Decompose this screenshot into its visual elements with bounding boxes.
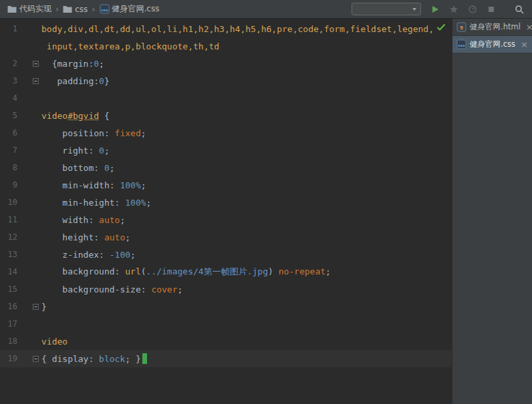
line-number: 6 [0,128,17,138]
line-number: 13 [0,250,17,259]
css-file-icon: css [456,39,467,49]
code-line[interactable]: 7 right: 0; [0,142,452,159]
line-number: 7 [0,146,17,155]
breadcrumb-label: 代码实现 [19,3,51,15]
code-text: width: auto; [41,215,452,225]
run-button[interactable] [428,2,442,17]
code-text: height: auto; [41,232,452,242]
line-number: 9 [0,180,17,190]
stop-button[interactable] [484,2,499,17]
code-line[interactable]: 18video [0,333,452,350]
breadcrumb-item-css-folder[interactable]: css [61,3,90,15]
fold-gutter[interactable] [17,61,41,67]
code-line[interactable]: 3 padding:0} [0,72,452,89]
code-line[interactable]: 5video#bgvid { [0,107,452,124]
code-line[interactable]: 12 height: auto; [0,228,452,246]
breadcrumb-item-current-file[interactable]: css 健身官网.css [98,2,162,16]
line-number: 11 [0,215,17,224]
code-text: min-height: 100%; [41,198,452,208]
html-file-icon: 5 [456,22,467,32]
tab-close-icon[interactable]: × [519,40,530,49]
code-text: video#bgvid { [41,111,452,121]
line-number: 5 [0,111,17,120]
css-file-icon: css [100,4,110,14]
svg-text:5: 5 [460,25,463,31]
fold-marker-icon [33,356,39,362]
inspections-ok-icon[interactable] [436,21,446,34]
text-caret [142,353,147,364]
code-line[interactable]: 14 background: url(../images/4第一帧图片.jpg)… [0,263,452,280]
code-line[interactable]: 16} [0,298,452,315]
code-text: min-width: 100%; [41,180,452,190]
code-editor[interactable]: 1body,div,dl,dt,dd,ul,ol,li,h1,h2,h3,h4,… [0,19,452,404]
code-line[interactable]: input,textarea,p,blockquote,th,td [0,37,452,55]
breadcrumb-label: 健身官网.css [112,3,160,15]
line-number: 12 [0,232,17,242]
svg-text:css: css [101,8,108,12]
line-number: 1 [0,24,17,33]
play-icon [431,5,439,13]
fold-gutter[interactable] [17,304,41,310]
search-icon [515,5,524,14]
code-text: background: url(../images/4第一帧图片.jpg) no… [41,266,452,278]
folder-icon [63,5,72,13]
line-number: 4 [0,93,17,103]
profiler-button[interactable] [465,2,480,17]
code-line[interactable]: 2 {margin:0; [0,55,452,72]
line-number: 14 [0,267,17,276]
fold-marker-icon [33,78,39,84]
code-line[interactable]: 15 background-size: cover; [0,280,452,298]
code-text: video [41,337,452,347]
breadcrumb-separator-icon: › [90,4,97,14]
code-text: {margin:0; [41,59,452,69]
folder-icon [7,5,17,13]
code-text: z-index: -100; [41,250,452,260]
coverage-button[interactable] [446,2,461,17]
code-line[interactable]: 4 [0,89,452,107]
code-text: { display: block; } [41,353,452,364]
code-text: bottom: 0; [41,163,452,173]
breadcrumb-item-project[interactable]: 代码实现 [5,2,53,16]
line-number: 10 [0,198,17,207]
breadcrumb: 代码实现 › css › css 健身官网.css [5,2,352,16]
line-number: 19 [0,354,17,363]
run-configuration-dropdown[interactable] [352,3,421,15]
fold-gutter[interactable] [17,356,41,362]
code-line[interactable]: 11 width: auto; [0,211,452,228]
fold-gutter[interactable] [17,78,41,84]
search-button[interactable] [512,2,527,17]
line-number: 3 [0,76,17,85]
code-line[interactable]: 19{ display: block; } [0,350,452,367]
fold-marker-icon [33,61,39,67]
breadcrumb-separator-icon: › [53,4,61,14]
code-line[interactable]: 10 min-height: 100%; [0,194,452,211]
breadcrumb-label: css [75,5,88,14]
editor-tab-html[interactable]: 5 健身官网.html × [452,19,532,36]
line-number: 15 [0,284,17,294]
code-line[interactable]: 13 z-index: -100; [0,246,452,263]
code-lines: 1body,div,dl,dt,dd,ul,ol,li,h1,h2,h3,h4,… [0,20,452,367]
svg-text:css: css [458,43,465,47]
code-text: background-size: cover; [41,284,452,294]
editor-tabs-panel: 5 健身官网.html × css 健身官网.css × [452,19,532,404]
code-text: right: 0; [41,146,452,156]
profiler-icon [468,5,477,14]
code-line[interactable]: 17 [0,315,452,333]
code-text: padding:0} [41,76,452,86]
code-text: input,textarea,p,blockquote,th,td [41,41,452,51]
tab-close-icon[interactable]: × [524,23,532,31]
code-line[interactable]: 8 bottom: 0; [0,159,452,176]
fold-marker-icon [33,304,39,310]
toolbar: 代码实现 › css › css 健身官网.css [0,0,532,19]
stop-icon [487,5,495,13]
code-line[interactable]: 6 position: fixed; [0,124,452,142]
code-text: } [41,302,452,312]
tab-label: 健身官网.html [470,22,521,32]
code-text: position: fixed; [41,128,452,138]
code-line[interactable]: 1body,div,dl,dt,dd,ul,ol,li,h1,h2,h3,h4,… [0,20,452,37]
code-line[interactable]: 9 min-width: 100%; [0,176,452,194]
line-number: 18 [0,337,17,346]
code-text: body,div,dl,dt,dd,ul,ol,li,h1,h2,h3,h4,h… [41,24,452,34]
editor-tab-css[interactable]: css 健身官网.css × [452,36,532,53]
chevron-down-icon [412,8,416,11]
